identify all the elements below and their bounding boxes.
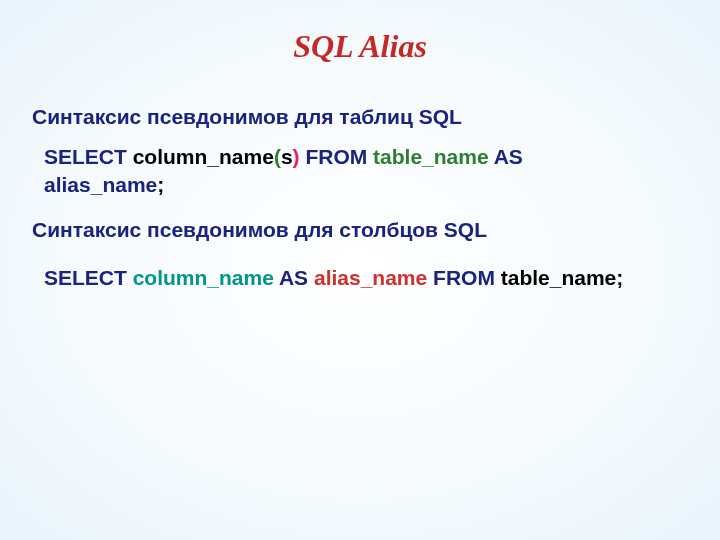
kw-select-2: SELECT [44, 266, 127, 289]
paren-open: ( [274, 145, 281, 168]
text-s: s [281, 145, 293, 168]
text-tablename: table_name [367, 145, 488, 168]
text-column: column_name [127, 145, 274, 168]
heading-table-alias: Синтаксис псевдонимов для таблиц SQL [32, 105, 688, 129]
code-column-alias: SELECT column_name AS alias_name FROM ta… [44, 264, 684, 292]
kw-from-2: FROM [427, 266, 495, 289]
kw-as: AS [489, 145, 523, 168]
slide: SQL Alias Синтаксис псевдонимов для табл… [0, 0, 720, 540]
text-column-2: column_name [127, 266, 274, 289]
page-title: SQL Alias [32, 28, 688, 65]
code-table-alias: SELECT column_name(s) FROM table_name AS… [44, 143, 684, 200]
heading-column-alias: Синтаксис псевдонимов для столбцов SQL [32, 218, 688, 242]
text-tablename-2: table_name [495, 266, 616, 289]
kw-from: FROM [300, 145, 368, 168]
kw-select: SELECT [44, 145, 127, 168]
text-aliasname-2: alias_name [308, 266, 427, 289]
semicolon-2: ; [616, 266, 623, 289]
paren-close: ) [293, 145, 300, 168]
semicolon: ; [157, 173, 164, 196]
kw-as-2: AS [274, 266, 308, 289]
text-aliasname: alias_name [44, 173, 157, 196]
